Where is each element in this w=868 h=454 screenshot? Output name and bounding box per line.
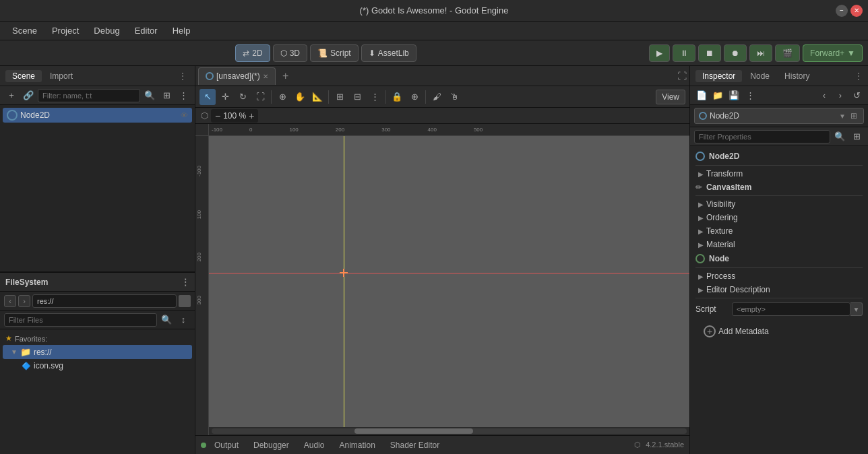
nav-forward-button[interactable]: › bbox=[833, 88, 848, 103]
zoom-in-button[interactable]: + bbox=[249, 110, 254, 121]
rotate-tool-button[interactable]: ↻ bbox=[235, 89, 251, 105]
node-selector[interactable]: Node2D ▼ ⊞ bbox=[694, 108, 864, 124]
filesystem-file-icon-svg[interactable]: 🔷 icon.svg bbox=[3, 359, 192, 372]
path-input[interactable] bbox=[32, 294, 177, 308]
add-metadata-label: Add Metadata bbox=[718, 327, 769, 336]
prop-visibility[interactable]: ▶ Visibility bbox=[690, 197, 868, 211]
script-button[interactable]: 📜 Script bbox=[310, 44, 359, 62]
pan-tool-button[interactable]: ✋ bbox=[292, 89, 308, 105]
scene-filter-input[interactable] bbox=[38, 89, 140, 102]
tab-animation[interactable]: Animation bbox=[332, 439, 381, 451]
menu-help[interactable]: Help bbox=[166, 24, 197, 37]
horizontal-scrollbar[interactable] bbox=[209, 427, 689, 435]
select-tool-button[interactable]: ↖ bbox=[199, 89, 216, 105]
assetlib-button[interactable]: ⬇ AssetLib bbox=[361, 44, 416, 62]
mode-2d-button[interactable]: ⇄ 2D bbox=[235, 44, 270, 62]
lock-button[interactable]: 🔒 bbox=[389, 89, 405, 105]
filter-options-icon-button[interactable]: ⊞ bbox=[849, 129, 864, 144]
filesystem-filter-input[interactable] bbox=[4, 313, 157, 327]
ruler-tool-button[interactable]: 📐 bbox=[309, 89, 326, 105]
anchor-tool-button[interactable]: ⊕ bbox=[274, 89, 290, 105]
add-metadata-button[interactable]: + Add Metadata bbox=[695, 321, 863, 342]
scene-more-button[interactable]: ⋮ bbox=[176, 88, 191, 103]
maximize-button[interactable]: ⛶ bbox=[677, 71, 687, 82]
menu-scene[interactable]: Scene bbox=[5, 24, 44, 37]
move-tool-button[interactable]: ✛ bbox=[217, 89, 233, 105]
refresh-button[interactable]: ↺ bbox=[849, 88, 864, 103]
nav-back-button[interactable]: ‹ bbox=[817, 88, 832, 103]
grid-snap-button[interactable]: ⊟ bbox=[349, 89, 365, 105]
section-canvasitem[interactable]: ✏ CanvasItem bbox=[690, 181, 868, 194]
play-button[interactable]: ▶ bbox=[649, 44, 670, 62]
paint-button[interactable]: 🖌 bbox=[429, 89, 445, 105]
canvas-viewport[interactable] bbox=[209, 136, 689, 427]
nav-forward-button[interactable]: › bbox=[18, 295, 30, 307]
renderer-button[interactable]: Forward+ ▼ bbox=[803, 44, 863, 62]
nav-back-button[interactable]: ‹ bbox=[4, 295, 16, 307]
scene-panel-menu-button[interactable]: ⋮ bbox=[176, 70, 189, 82]
scale-tool-button[interactable]: ⛶ bbox=[252, 89, 268, 105]
canvas-area[interactable]: -100 0 100 200 300 400 500 -100 100 200 … bbox=[195, 124, 689, 435]
tab-inspector[interactable]: Inspector bbox=[695, 70, 742, 82]
filesystem-sort-button[interactable]: ↕ bbox=[176, 313, 191, 327]
movie-button[interactable]: 🎬 bbox=[775, 44, 800, 62]
tab-node[interactable]: Node bbox=[743, 70, 776, 82]
section-node2d[interactable]: Node2D bbox=[690, 149, 868, 164]
process-chevron: ▶ bbox=[698, 273, 704, 280]
menu-editor[interactable]: Editor bbox=[128, 24, 164, 37]
close-button[interactable]: ✕ bbox=[850, 5, 863, 17]
prop-material[interactable]: ▶ Material bbox=[690, 238, 868, 251]
tab-audio[interactable]: Audio bbox=[297, 439, 332, 451]
new-tab-button[interactable]: + bbox=[278, 69, 293, 84]
add-node-button[interactable]: + bbox=[4, 88, 19, 103]
prop-ordering[interactable]: ▶ Ordering bbox=[690, 211, 868, 224]
filter-properties-input[interactable] bbox=[694, 130, 830, 143]
inspector-open-button[interactable]: 📁 bbox=[710, 88, 725, 103]
pause-button[interactable]: ⏸ bbox=[673, 44, 695, 62]
smart-snap-button[interactable]: ⊞ bbox=[332, 89, 348, 105]
filesystem-search-button[interactable]: 🔍 bbox=[159, 313, 174, 327]
minimize-button[interactable]: − bbox=[836, 5, 848, 17]
mode-3d-button[interactable]: ⬡ 3D bbox=[273, 44, 307, 62]
inspector-save-button[interactable]: 💾 bbox=[726, 88, 741, 103]
snap-options-button[interactable]: ⋮ bbox=[367, 89, 383, 105]
tab-import[interactable]: Import bbox=[43, 70, 80, 82]
prop-process[interactable]: ▶ Process bbox=[690, 269, 868, 283]
step-button[interactable]: ⏭ bbox=[749, 44, 772, 62]
inspector-more-button[interactable]: ⋮ bbox=[743, 88, 757, 103]
tab-close-button[interactable]: ✕ bbox=[263, 73, 268, 80]
editor-tab-unsaved[interactable]: [unsaved](*) ✕ bbox=[198, 67, 276, 85]
tab-output[interactable]: Output bbox=[208, 439, 245, 451]
filter-search-button[interactable]: 🔍 bbox=[142, 88, 157, 103]
tab-shader-editor[interactable]: Shader Editor bbox=[383, 439, 446, 451]
visibility-toggle[interactable]: 👁 bbox=[181, 111, 188, 119]
section-node[interactable]: Node bbox=[690, 251, 868, 266]
group-button[interactable]: ⊕ bbox=[406, 89, 423, 105]
link-node-button[interactable]: 🔗 bbox=[21, 88, 36, 103]
tab-debugger[interactable]: Debugger bbox=[247, 439, 296, 451]
view-menu-button[interactable]: View bbox=[656, 90, 685, 104]
extra-button[interactable]: 🖱 bbox=[446, 89, 462, 105]
prop-texture[interactable]: ▶ Texture bbox=[690, 224, 868, 238]
filter-search-icon-button[interactable]: 🔍 bbox=[832, 129, 847, 144]
script-dropdown-button[interactable]: ▼ bbox=[850, 302, 863, 316]
filesystem-folder-res[interactable]: ▼ 📁 res:// bbox=[3, 345, 192, 359]
prop-transform[interactable]: ▶ Transform bbox=[690, 167, 868, 181]
menu-debug[interactable]: Debug bbox=[87, 24, 126, 37]
folder-button[interactable] bbox=[179, 295, 191, 307]
filesystem-menu-button[interactable]: ⋮ bbox=[181, 278, 189, 287]
stop-button[interactable]: ⏹ bbox=[698, 44, 721, 62]
play-scene-button[interactable]: ⏺ bbox=[724, 44, 747, 62]
inspector-menu-button[interactable]: ⋮ bbox=[855, 71, 863, 81]
tab-scene[interactable]: Scene bbox=[5, 70, 42, 82]
script-value[interactable]: <empty> bbox=[732, 302, 850, 316]
prop-editor-description[interactable]: ▶ Editor Description bbox=[690, 283, 868, 296]
scrollbar-thumb[interactable] bbox=[354, 428, 473, 434]
inspector-new-button[interactable]: 📄 bbox=[694, 88, 709, 103]
menu-project[interactable]: Project bbox=[45, 24, 86, 37]
node-select-button[interactable]: ⊞ bbox=[848, 110, 859, 121]
tree-item-node2d[interactable]: Node2D 👁 bbox=[3, 108, 192, 123]
tab-history[interactable]: History bbox=[778, 70, 816, 82]
filter-options-button[interactable]: ⊞ bbox=[159, 88, 174, 103]
zoom-out-button[interactable]: − bbox=[215, 110, 220, 121]
